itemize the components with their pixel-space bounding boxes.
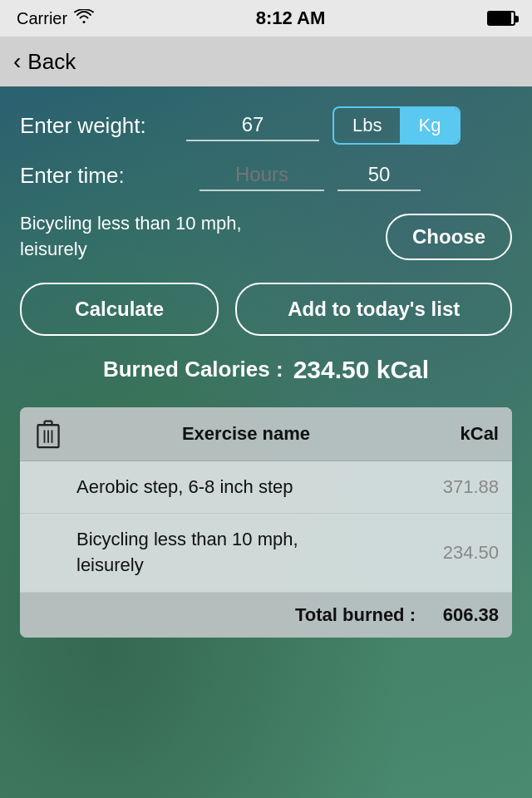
exercise-table: Exercise name kCal Aerobic step, 6-8 inc…	[20, 407, 512, 638]
time-display: 8:12 AM	[256, 7, 326, 29]
unit-toggle: Lbs Kg	[332, 106, 461, 145]
calories-label: Burned Calories :	[103, 357, 283, 382]
add-to-list-button[interactable]: Add to today's list	[235, 283, 512, 336]
total-label: Total burned :	[295, 604, 416, 626]
row-1-name: Aerobic step, 6-8 inch step	[33, 475, 416, 500]
status-left: Carrier	[17, 9, 94, 28]
table-row: Aerobic step, 6-8 inch step 371.88	[20, 461, 512, 515]
exercise-row: Bicycling less than 10 mph,leisurely Cho…	[20, 211, 512, 263]
back-label: Back	[27, 49, 76, 75]
action-row: Calculate Add to today's list	[20, 283, 512, 336]
table-footer: Total burned : 606.38	[20, 593, 512, 638]
back-chevron-icon: ‹	[13, 48, 21, 75]
row-1-kcal: 371.88	[416, 476, 499, 498]
table-header: Exercise name kCal	[20, 407, 512, 461]
kg-button[interactable]: Kg	[400, 108, 459, 143]
weight-input[interactable]	[186, 110, 319, 141]
row-2-name: Bicycling less than 10 mph,leisurely	[33, 527, 416, 579]
nav-bar: ‹ Back	[0, 37, 532, 86]
carrier-text: Carrier	[17, 9, 67, 28]
calories-value: 234.50 kCal	[293, 356, 429, 384]
trash-icon	[33, 419, 63, 449]
status-bar: Carrier 8:12 AM	[0, 0, 532, 37]
calories-row: Burned Calories : 234.50 kCal	[20, 356, 512, 384]
time-label: Enter time:	[20, 163, 186, 189]
row-2-kcal: 234.50	[416, 542, 499, 564]
col-kcal-header: kCal	[416, 423, 499, 445]
weight-label: Enter weight:	[20, 113, 186, 139]
back-button[interactable]: ‹ Back	[13, 48, 76, 75]
table-row: Bicycling less than 10 mph,leisurely 234…	[20, 514, 512, 593]
content-wrapper: Enter weight: Lbs Kg Enter time: Bicycli…	[20, 106, 512, 638]
time-row: Enter time:	[20, 160, 512, 191]
weight-row: Enter weight: Lbs Kg	[20, 106, 512, 145]
minutes-input[interactable]	[337, 160, 421, 191]
col-name-header: Exercise name	[76, 423, 416, 445]
total-value: 606.38	[416, 604, 499, 626]
calculate-button[interactable]: Calculate	[20, 283, 219, 336]
wifi-icon	[74, 9, 94, 28]
choose-button[interactable]: Choose	[386, 214, 512, 260]
hours-input[interactable]	[200, 160, 324, 191]
main-content: Enter weight: Lbs Kg Enter time: Bicycli…	[0, 86, 532, 798]
lbs-button[interactable]: Lbs	[334, 108, 400, 143]
battery-indicator	[487, 11, 515, 26]
exercise-name-text: Bicycling less than 10 mph,leisurely	[20, 211, 372, 263]
